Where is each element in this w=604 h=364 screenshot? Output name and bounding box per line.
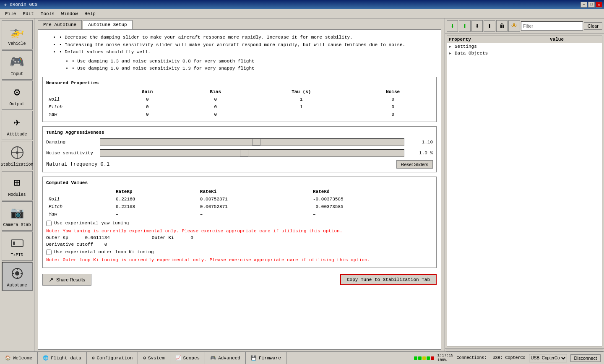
yaw-checkbox[interactable] <box>46 221 52 226</box>
filter-input[interactable] <box>521 21 583 31</box>
outer-ki-label: Outer Ki 0 <box>152 235 193 240</box>
sidebar-item-camera-stab[interactable]: 📷 Camera Stab <box>2 201 33 231</box>
download-gray-button[interactable]: ⬇ <box>471 20 483 32</box>
damping-row: Damping 1.10 <box>46 138 433 146</box>
sidebar-item-attitude[interactable]: ✈ Attitude <box>2 111 33 140</box>
menu-help[interactable]: Help <box>81 10 99 17</box>
computed-yaw-kp: – <box>113 211 198 218</box>
disconnect-button[interactable]: Disconnect <box>570 354 601 362</box>
computed-roll-label: Roll <box>46 195 113 203</box>
menu-edit[interactable]: Edit <box>19 10 37 17</box>
computed-yaw-label: Yaw <box>46 211 113 218</box>
minimize-button[interactable]: − <box>581 2 587 8</box>
delete-button[interactable]: 🗑 <box>496 20 508 32</box>
sidebar-item-vehicle[interactable]: 🚁 Vehicle <box>2 20 33 49</box>
measured-properties-table: Gain Bias Tau (s) Noise Roll 0 0 1 0 <box>46 88 433 118</box>
welcome-icon: 🏠 <box>5 355 11 361</box>
noise-row: Noise sensitivity 1.0 % <box>46 149 433 157</box>
sidebar-label-stabilization: Stabilization <box>1 162 34 167</box>
row-yaw-tau <box>250 111 353 118</box>
share-icon: ↗ <box>49 276 54 283</box>
deriv-cutoff-row: Derivative cutoff 0 <box>46 242 433 247</box>
row-roll-label: Roll <box>46 96 113 103</box>
svg-point-7 <box>15 271 19 276</box>
sidebar-item-output[interactable]: ⚙ Output <box>2 81 33 110</box>
damping-thumb[interactable] <box>252 139 260 146</box>
share-label: Share Results <box>56 277 85 282</box>
download-green-button[interactable]: ⬇ <box>447 20 458 32</box>
reset-sliders-button[interactable]: Reset Sliders <box>396 160 433 169</box>
instruction-1: • Decrease the damping slider to make yo… <box>59 34 437 42</box>
computed-yaw-kd: – <box>310 211 433 218</box>
noise-thumb[interactable] <box>240 150 248 156</box>
sidebar-item-modules[interactable]: ⊞ Modules <box>2 171 33 200</box>
status-tab-list: 🏠 Welcome 🌐 Flight data ⚙ Configuration … <box>0 352 286 364</box>
col-gain: Gain <box>113 88 182 96</box>
status-tab-advanced[interactable]: 🎮 Advanced <box>205 352 246 364</box>
outer-kp-label: Outer Kp 0.0611134 <box>46 235 110 240</box>
tuning-aggressiveness-title: Tuning Aggressiveness <box>46 130 433 135</box>
status-tab-firmware[interactable]: 💾 Firmware <box>246 352 286 364</box>
menu-window[interactable]: Window <box>58 10 81 17</box>
flight-data-icon: 🌐 <box>43 355 49 361</box>
status-tab-flight-data[interactable]: 🌐 Flight data <box>38 352 87 364</box>
main-area: 🚁 Vehicle 🎮 Input ⚙ Output ✈ Attitude St… <box>0 18 604 351</box>
title-bar: ✈ dRonin GCS − □ ✕ <box>0 0 604 9</box>
tree-item-settings[interactable]: ▶ Settings <box>447 43 602 50</box>
sidebar-label-txpid: TxPID <box>10 253 23 257</box>
maximize-button[interactable]: □ <box>588 2 595 8</box>
right-scrollbar[interactable] <box>445 348 604 351</box>
tree-item-data-objects[interactable]: ▶ Data Objects <box>447 50 602 57</box>
sidebar-item-stabilization[interactable]: Stabilization <box>2 141 33 170</box>
upload-gray-button[interactable]: ⬆ <box>484 20 495 32</box>
camera-stab-icon: 📷 <box>9 205 26 221</box>
share-results-button[interactable]: ↗ Share Results <box>42 274 91 286</box>
status-tab-scopes[interactable]: 📈 Scopes <box>170 352 206 364</box>
svg-rect-5 <box>13 242 15 245</box>
clear-button[interactable]: Clear <box>584 22 602 30</box>
action-buttons: ↗ Share Results Copy Tune to Stabilizati… <box>42 272 437 287</box>
eye-button[interactable]: 👁 <box>508 20 520 32</box>
menu-tools[interactable]: Tools <box>37 10 58 17</box>
status-tab-welcome[interactable]: 🏠 Welcome <box>0 352 38 364</box>
connection-leds <box>414 356 434 360</box>
close-button[interactable]: ✕ <box>596 2 602 8</box>
tuning-aggressiveness-section: Tuning Aggressiveness Damping 1.10 Noise… <box>42 126 437 172</box>
damping-slider[interactable] <box>100 138 404 146</box>
tab-pre-autotune[interactable]: Pre-Autotune <box>38 20 82 29</box>
outer-ki-checkbox[interactable] <box>46 250 52 255</box>
table-row: Pitch 0 0 1 0 <box>46 103 433 111</box>
menu-file[interactable]: File <box>2 10 19 17</box>
connection-rate: 100% <box>437 358 453 363</box>
advanced-label: Advanced <box>218 356 240 361</box>
sidebar-item-autotune[interactable]: Autotune <box>2 262 33 291</box>
damping-label: Damping <box>46 140 96 145</box>
input-icon: 🎮 <box>9 54 26 70</box>
noise-slider[interactable] <box>100 149 404 157</box>
upload-green-button[interactable]: ⬆ <box>459 20 470 32</box>
connection-select[interactable]: USB: CopterCo <box>529 354 567 362</box>
attitude-icon: ✈ <box>9 114 26 131</box>
outer-note: Note: Outer loop Ki tuning is currently … <box>46 257 433 263</box>
instruction-4: • Use damping 1.3 and noise sensitivity … <box>72 58 437 65</box>
property-tree: Property Value ▶ Settings ▶ Data Objects <box>447 36 602 346</box>
status-tab-system[interactable]: ⚙ System <box>138 352 170 364</box>
sidebar-label-vehicle: Vehicle <box>8 42 26 46</box>
sidebar-item-txpid[interactable]: TxPID <box>2 231 33 261</box>
menu-bar: File Edit Tools Window Help <box>0 9 604 18</box>
tree-header-value: Value <box>550 37 600 42</box>
tab-autotune-setup[interactable]: Autotune Setup <box>83 20 132 29</box>
sidebar-label-output: Output <box>9 102 24 107</box>
tree-header-property: Property <box>449 37 550 42</box>
sidebar-item-input[interactable]: 🎮 Input <box>2 50 33 80</box>
col-noise: Noise <box>353 88 433 96</box>
welcome-label: Welcome <box>13 356 32 361</box>
row-roll-tau: 1 <box>250 96 353 103</box>
table-row: Yaw 0 0 0 <box>46 111 433 118</box>
natfreq-label: Natural frequency 0.1 <box>46 161 109 167</box>
status-tab-configuration[interactable]: ⚙ Configuration <box>87 352 138 364</box>
instruction-2: • Increasing the noise sensitivity slide… <box>59 42 437 49</box>
copy-tune-button[interactable]: Copy Tune to Stabilization Tab <box>340 274 437 285</box>
computed-pitch-label: Pitch <box>46 203 113 211</box>
row-yaw-noise: 0 <box>353 111 433 118</box>
